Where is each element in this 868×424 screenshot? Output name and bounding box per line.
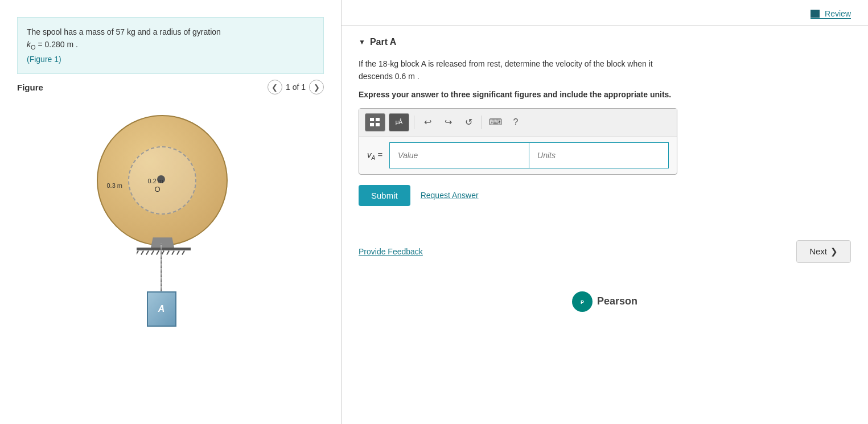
- matrix-button[interactable]: [365, 113, 385, 131]
- review-section: Review: [342, 0, 868, 25]
- question-text: If the 18-kg block A is released from re…: [359, 57, 851, 83]
- dim-O-label: O: [155, 185, 161, 194]
- pearson-logo: P: [572, 291, 593, 312]
- svg-rect-5: [376, 118, 380, 121]
- fig-nav-count: 1 of 1: [286, 83, 306, 92]
- figure-header: Figure ❮ 1 of 1 ❯: [17, 80, 324, 94]
- problem-text-box: The spool has a mass of 57 kg and a radi…: [17, 17, 324, 74]
- units-input[interactable]: [529, 142, 669, 168]
- dim-label-02: 0.2 m: [148, 178, 164, 184]
- undo-icon: ↩: [424, 117, 431, 127]
- part-a-arrow: ▼: [359, 38, 365, 46]
- svg-rect-0: [811, 10, 814, 13]
- var-label: vA =: [367, 150, 382, 161]
- request-answer-button[interactable]: Request Answer: [421, 191, 479, 200]
- svg-text:P: P: [581, 299, 584, 305]
- part-a-label: Part A: [370, 37, 397, 47]
- next-label: Next: [809, 246, 827, 256]
- mu-a-button[interactable]: μÅ: [389, 113, 409, 131]
- svg-rect-4: [370, 118, 374, 121]
- submit-button[interactable]: Submit: [359, 185, 410, 206]
- spool-base: [151, 237, 175, 249]
- review-link[interactable]: Review: [811, 9, 851, 19]
- keyboard-button[interactable]: ⌨: [487, 114, 504, 131]
- svg-rect-1: [816, 10, 820, 13]
- problem-text-line1: The spool has a mass of 57 kg and a radi…: [27, 27, 221, 36]
- redo-icon: ↪: [445, 117, 452, 127]
- provide-feedback-button[interactable]: Provide Feedback: [359, 247, 423, 256]
- next-arrow-icon: ❯: [830, 246, 838, 257]
- left-scroll-area[interactable]: The spool has a mass of 57 kg and a radi…: [0, 0, 341, 424]
- figure-nav: ❮ 1 of 1 ❯: [268, 80, 324, 94]
- answer-box: μÅ ↩ ↪ ↺ ⌨ ?: [359, 108, 677, 175]
- review-label: Review: [825, 9, 851, 18]
- next-button[interactable]: Next ❯: [796, 240, 851, 263]
- action-row: Submit Request Answer: [359, 185, 851, 206]
- toolbar-sep-2: [482, 116, 482, 129]
- refresh-button[interactable]: ↺: [460, 114, 477, 131]
- undo-button[interactable]: ↩: [419, 114, 436, 131]
- fig-next-button[interactable]: ❯: [309, 80, 324, 94]
- figure-link[interactable]: (Figure 1): [27, 55, 61, 64]
- svg-rect-2: [811, 14, 814, 18]
- bottom-row: Provide Feedback Next ❯: [342, 240, 868, 280]
- spool-diagram: 0.3 m 0.2 m O: [68, 98, 273, 337]
- left-panel: The spool has a mass of 57 kg and a radi…: [0, 0, 342, 424]
- refresh-icon: ↺: [465, 117, 472, 127]
- dim-label-03: 0.3 m: [107, 182, 123, 189]
- figure-area: 0.3 m 0.2 m O: [6, 98, 335, 337]
- right-panel[interactable]: Review ▼ Part A If the 18-kg block A is …: [342, 0, 868, 424]
- express-note: Express your answer to three significant…: [359, 90, 851, 99]
- svg-rect-3: [816, 14, 820, 18]
- toolbar-row: μÅ ↩ ↪ ↺ ⌨ ?: [359, 109, 677, 137]
- help-button[interactable]: ?: [507, 114, 524, 131]
- mu-a-label: μÅ: [396, 119, 402, 125]
- part-a-header: ▼ Part A: [359, 37, 851, 47]
- value-input[interactable]: [389, 142, 529, 168]
- svg-rect-6: [370, 123, 374, 126]
- help-icon: ?: [513, 117, 519, 127]
- pearson-label: Pearson: [597, 295, 637, 307]
- svg-rect-7: [376, 123, 380, 126]
- problem-math: kO = 0.280 m .: [27, 40, 78, 49]
- rope: [161, 243, 162, 291]
- keyboard-icon: ⌨: [489, 117, 502, 127]
- block-label: A: [158, 304, 165, 314]
- review-icon: [811, 10, 820, 18]
- redo-button[interactable]: ↪: [439, 114, 456, 131]
- toolbar-sep-1: [414, 116, 414, 129]
- spool-ground-lines: [137, 250, 191, 255]
- block-a: A: [147, 291, 176, 327]
- part-a-section: ▼ Part A If the 18-kg block A is release…: [342, 25, 868, 217]
- figure-title: Figure: [17, 83, 268, 92]
- input-row: vA =: [359, 137, 677, 174]
- pearson-footer: P Pearson: [342, 280, 868, 323]
- fig-prev-button[interactable]: ❮: [268, 80, 282, 94]
